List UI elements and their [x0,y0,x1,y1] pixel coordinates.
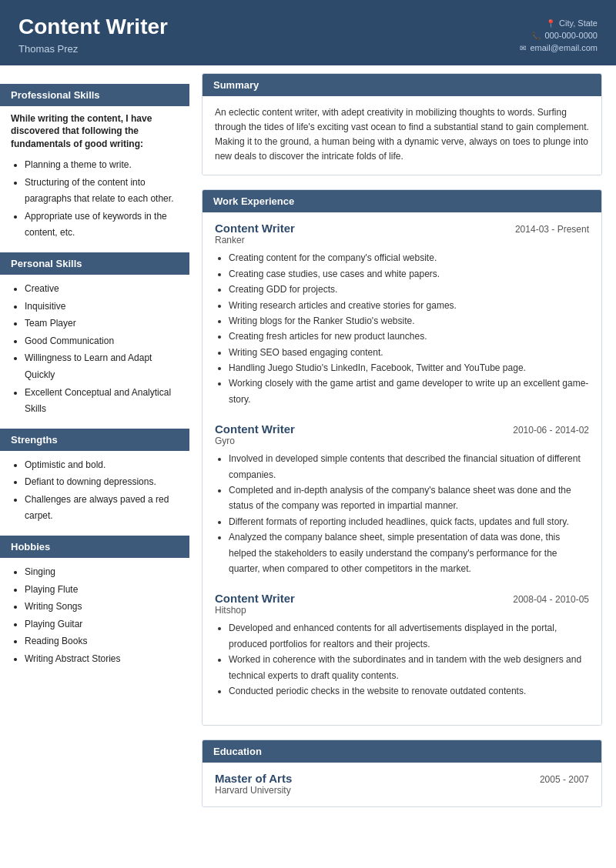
list-item: Completed and in-depth analysis of the c… [229,482,589,514]
edu-degree: Master of Arts [215,772,292,785]
list-item: Inquisitive [25,299,179,315]
education-section: Education Master of Arts2005 - 2007Harva… [202,739,602,807]
list-item: Reading Books [25,633,179,650]
summary-title: Summary [203,74,601,96]
list-item: Working closely with the game artist and… [229,376,589,407]
summary-section: Summary An eclectic content writer, with… [202,73,602,176]
list-item: Challenges are always paved a red carpet… [25,492,179,525]
strengths-title: Strengths [0,429,189,451]
list-item: Creating case studies, use cases and whi… [229,266,589,282]
contact-email: ✉ email@email.com [520,43,598,52]
header-left: Content Writer Thomas Prez [18,14,168,55]
job-title: Content Writer [18,14,168,40]
list-item: Playing Guitar [25,616,179,633]
list-item: Creative [25,281,179,298]
list-item: Conducted periodic checks in the website… [229,683,589,699]
list-item: Appropriate use of keywords in the conte… [25,209,179,242]
list-item: Structuring of the content into paragrap… [25,175,179,208]
professional-skills-list: Planning a theme to write.Structuring of… [11,157,179,242]
education-title: Education [203,740,601,763]
job-dates: 2008-04 - 2010-05 [513,594,589,605]
list-item: Writing Songs [25,599,179,616]
job-bullets: Creating content for the company's offic… [215,250,589,407]
job-header: Content Writer2014-03 - Present [215,222,589,235]
education-body: Master of Arts2005 - 2007Harvard Univers… [203,763,601,806]
list-item: Worked in coherence with the subordinate… [229,652,589,683]
email-text: email@email.com [530,43,598,52]
list-item: Team Player [25,315,179,332]
list-item: Willingness to Learn and Adapt Quickly [25,350,179,383]
work-experience-body: Content Writer2014-03 - PresentRankerCre… [203,212,601,725]
candidate-name: Thomas Prez [18,43,168,55]
hobbies-body: SingingPlaying FluteWriting SongsPlaying… [0,564,189,668]
personal-skills-list: CreativeInquisitiveTeam PlayerGood Commu… [11,281,179,418]
main-content: Professional Skills While writing the co… [0,65,616,837]
strengths-list: Optimistic and bold.Defiant to downing d… [11,457,179,525]
list-item: Involved in developed simple contents th… [229,451,589,482]
summary-text: An eclectic content writer, with adept c… [215,105,589,165]
job-title-text: Content Writer [215,422,295,436]
list-item: Playing Flute [25,582,179,599]
hobbies-title: Hobbies [0,536,189,558]
sidebar: Professional Skills While writing the co… [0,65,189,684]
work-experience-title: Work Experience [203,190,601,212]
list-item: Writing research articles and creative s… [229,298,589,313]
phone-text: 000-000-0000 [544,31,598,40]
job-header: Content Writer2010-06 - 2014-02 [215,422,589,436]
hobbies-list: SingingPlaying FluteWriting SongsPlaying… [11,564,179,668]
job-dates: 2014-03 - Present [515,224,589,235]
personal-skills-body: CreativeInquisitiveTeam PlayerGood Commu… [0,281,189,418]
list-item: Writing Abstract Stories [25,651,179,668]
edu-header: Master of Arts2005 - 2007 [215,772,589,785]
list-item: Creating GDD for projects. [229,282,589,297]
edu-school: Harvard University [215,785,589,796]
professional-skills-body: While writing the content, I have discov… [0,112,189,242]
professional-skills-title: Professional Skills [0,84,189,106]
header: Content Writer Thomas Prez 📍 City, State… [0,0,616,65]
edu-dates: 2005 - 2007 [540,774,589,785]
list-item: Excellent Conceptual and Analytical Skil… [25,385,179,418]
resume-page: Content Writer Thomas Prez 📍 City, State… [0,0,616,868]
header-contact: 📍 City, State 📞 000-000-0000 ✉ email@ema… [520,18,598,52]
work-experience-section: Work Experience Content Writer2014-03 - … [202,189,602,726]
list-item: Different formats of reporting included … [229,514,589,529]
list-item: Planning a theme to write. [25,157,179,174]
list-item: Developed and enhanced contents for all … [229,620,589,652]
professional-skills-intro: While writing the content, I have discov… [11,112,179,151]
personal-skills-title: Personal Skills [0,252,189,275]
list-item: Writing SEO based engaging content. [229,345,589,360]
summary-body: An eclectic content writer, with adept c… [203,96,601,175]
list-item: Handling Juego Studio's LinkedIn, Facebo… [229,360,589,376]
email-icon: ✉ [520,44,526,52]
job-company: Gyro [215,436,589,446]
job-company: Ranker [215,235,589,245]
job-dates: 2010-06 - 2014-02 [513,425,589,436]
list-item: Good Communication [25,333,179,350]
contact-phone: 📞 000-000-0000 [520,31,598,40]
location-text: City, State [559,18,598,28]
job-header: Content Writer2008-04 - 2010-05 [215,592,589,605]
list-item: Optimistic and bold. [25,457,179,474]
list-item: Singing [25,564,179,581]
list-item: Creating fresh articles for new product … [229,329,589,344]
list-item: Writing blogs for the Ranker Studio's we… [229,313,589,329]
location-icon: 📍 [546,19,555,28]
list-item: Defiant to downing depressions. [25,474,179,491]
strengths-body: Optimistic and bold.Defiant to downing d… [0,457,189,525]
phone-icon: 📞 [531,32,541,40]
job-entry: Content Writer2014-03 - PresentRankerCre… [215,222,589,407]
job-title-text: Content Writer [215,592,295,605]
job-entry: Content Writer2010-06 - 2014-02GyroInvol… [215,422,589,576]
right-content: Summary An eclectic content writer, with… [189,65,616,837]
job-entry: Content Writer2008-04 - 2010-05HitshopDe… [215,592,589,699]
contact-location: 📍 City, State [520,18,598,28]
list-item: Analyzed the company balance sheet, simp… [229,529,589,576]
job-bullets: Involved in developed simple contents th… [215,451,589,576]
job-company: Hitshop [215,605,589,616]
education-entry: Master of Arts2005 - 2007Harvard Univers… [215,772,589,796]
job-title-text: Content Writer [215,222,295,235]
job-bullets: Developed and enhanced contents for all … [215,620,589,699]
list-item: Creating content for the company's offic… [229,250,589,265]
